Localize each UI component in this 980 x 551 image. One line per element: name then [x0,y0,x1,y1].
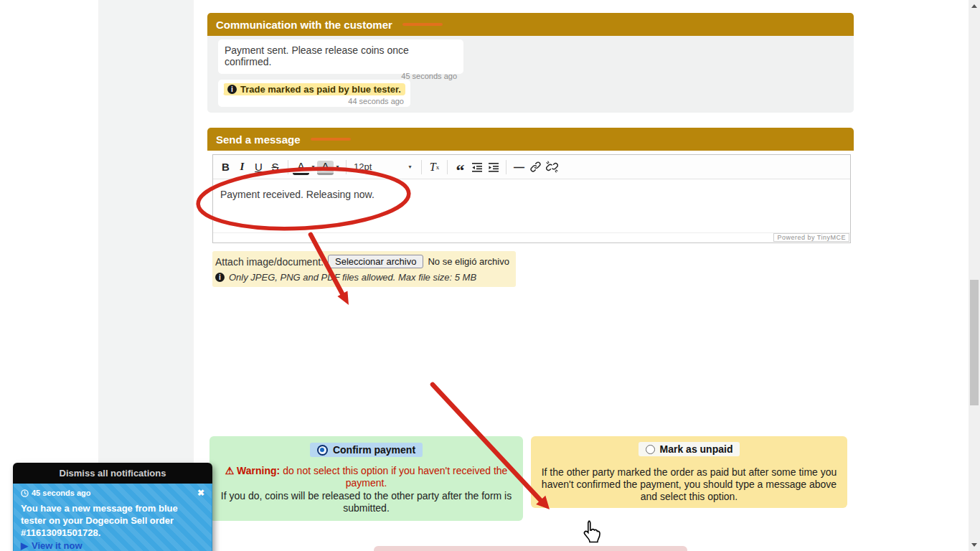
bold-button[interactable]: B [217,159,234,176]
file-status-text: No se eligió archivo [428,256,509,267]
clear-formatting-sub: x [436,164,440,171]
scrollbar-thumb[interactable] [970,280,979,405]
attach-section: Attach image/document: Seleccionar archi… [212,251,516,287]
editor-text: Payment received. Releasing now. [220,189,374,200]
message-timestamp: 44 seconds ago [223,97,405,105]
confirm-note: If you do, coins will be released to the… [219,490,514,514]
unlink-icon [546,161,558,173]
editor-statusbar: Powered by TinyMCE [213,232,850,242]
toolbar-separator [506,160,507,174]
trade-page: Communication with the customer Payment … [0,0,980,551]
file-select-button[interactable]: Seleccionar archivo [328,255,423,268]
message-bubble: i Trade marked as paid by blue tester. 4… [218,80,410,107]
confirm-payment-option[interactable]: Confirm payment [310,443,423,457]
info-icon: i [227,85,237,94]
communication-title: Communication with the customer [216,19,392,31]
toolbar-separator [346,160,347,174]
editor-toolbar: B I U S A ▾ A ▾ 12pt ▾ Tx [213,155,850,179]
header-dash-decoration [311,138,351,141]
notification-time: 45 seconds ago [32,489,91,497]
close-icon[interactable]: ✖ [197,488,204,498]
background-color-caret-icon[interactable]: ▾ [334,159,341,176]
text-color-button[interactable]: A [293,161,309,175]
radio-selected-icon[interactable] [317,445,328,456]
confirm-payment-label: Confirm payment [333,444,415,456]
view-it-now-link[interactable]: ▶ View it now [21,540,204,551]
communication-header: Communication with the customer [207,13,854,36]
warning-text: do not select this option if you haven't… [283,465,507,489]
message-text: Trade marked as paid by blue tester. [240,84,401,95]
notification-message: You have a new message from blue tester … [21,502,204,539]
main-content: Communication with the customer Payment … [207,0,854,551]
send-message-title: Send a message [216,133,301,146]
triangle-up-icon [971,4,977,8]
radio-unselected-icon[interactable] [646,445,655,454]
clear-formatting-glyph: T [430,161,436,174]
font-size-caret-icon: ▾ [406,159,414,176]
horizontal-rule-button[interactable]: — [511,159,527,176]
system-message-highlight: i Trade marked as paid by blue tester. [223,83,405,95]
insert-link-button[interactable] [527,159,544,176]
cancel-trade-box: Cancel trade If you haven't received res… [374,546,687,551]
mark-unpaid-box: Mark as unpaid If the other party marked… [531,436,847,508]
warning-label: Warning: [237,465,280,476]
indent-button[interactable] [485,159,501,176]
communication-panel: Communication with the customer Payment … [207,13,854,113]
send-message-header: Send a message [207,128,854,151]
header-dash-decoration [402,23,443,26]
dismiss-all-notifications-button[interactable]: Dismiss all notifications [13,463,212,484]
toolbar-separator [447,160,448,174]
dismiss-all-label: Dismiss all notifications [60,468,166,479]
rich-text-editor: B I U S A ▾ A ▾ 12pt ▾ Tx [212,154,851,243]
view-it-now-label: View it now [32,540,83,551]
outdent-icon [471,161,483,173]
clock-icon [21,489,29,497]
notification-body[interactable]: 45 seconds ago ✖ You have a new message … [13,484,212,551]
font-size-select[interactable]: 12pt ▾ [351,159,417,176]
messages-area: Payment sent. Please release coins once … [207,36,854,113]
outdent-button[interactable] [468,159,485,176]
mark-unpaid-option[interactable]: Mark as unpaid [639,442,740,456]
message-bubble: Payment sent. Please release coins once … [218,39,463,74]
mark-unpaid-note: If the other party marked the order as p… [541,466,837,503]
blockquote-button[interactable]: “ [452,159,468,176]
notification-popup: Dismiss all notifications 45 seconds ago… [13,463,212,551]
underline-button[interactable]: U [250,159,267,176]
message-text: Payment sent. Please release coins once … [225,44,457,67]
indent-icon [488,161,499,173]
strikethrough-button[interactable]: S [267,159,283,176]
confirm-payment-box: Confirm payment ⚠ Warning: do not select… [209,436,523,521]
triangle-down-icon [971,543,977,547]
mark-unpaid-label: Mark as unpaid [660,443,733,455]
attach-label: Attach image/document: [215,256,324,268]
info-icon: i [215,273,225,282]
font-size-value: 12pt [354,161,372,172]
toolbar-separator [421,160,422,174]
scroll-up-button[interactable] [969,0,980,12]
send-message-panel: Send a message B I U S A ▾ A ▾ 12pt [207,128,854,287]
text-color-caret-icon[interactable]: ▾ [309,159,317,176]
scroll-down-button[interactable] [969,539,980,551]
confirm-warning: ⚠ Warning: do not select this option if … [219,465,514,489]
remove-link-button[interactable] [544,159,560,176]
toolbar-separator [288,160,288,174]
background-color-button[interactable]: A [317,161,334,175]
italic-button[interactable]: I [234,159,250,176]
editor-content[interactable]: Payment received. Releasing now. [213,179,850,232]
link-icon [529,161,542,173]
attach-hint: Only JPEG, PNG and PDF files allowed. Ma… [229,272,476,283]
warning-icon: ⚠ [225,465,235,476]
play-icon: ▶ [21,540,28,551]
clear-formatting-button[interactable]: Tx [426,159,443,176]
vertical-scrollbar[interactable] [969,0,980,551]
powered-by-badge: Powered by TinyMCE [773,233,849,242]
